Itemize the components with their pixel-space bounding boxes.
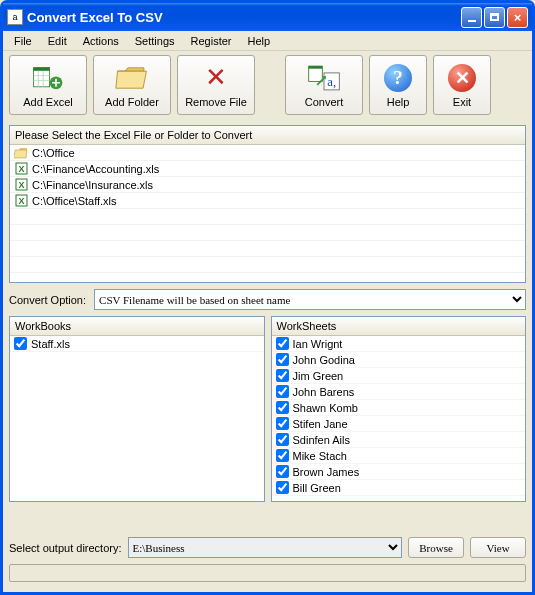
file-row[interactable]: C:\Office bbox=[10, 145, 525, 161]
worksheet-row[interactable]: Mike Stach bbox=[272, 448, 526, 464]
worksheet-checkbox[interactable] bbox=[276, 369, 289, 382]
menu-help[interactable]: Help bbox=[241, 33, 278, 49]
worksheet-row[interactable]: John Barens bbox=[272, 384, 526, 400]
app-icon: a bbox=[7, 9, 23, 25]
help-button[interactable]: ? Help bbox=[369, 55, 427, 115]
workbook-row[interactable]: Staff.xls bbox=[10, 336, 264, 352]
menu-edit[interactable]: Edit bbox=[41, 33, 74, 49]
convert-button[interactable]: a, Convert bbox=[285, 55, 363, 115]
svg-rect-8 bbox=[309, 66, 323, 69]
add-excel-button[interactable]: Add Excel bbox=[9, 55, 87, 115]
worksheet-checkbox[interactable] bbox=[276, 433, 289, 446]
browse-button[interactable]: Browse bbox=[408, 537, 464, 558]
titlebar[interactable]: a Convert Excel To CSV × bbox=[3, 3, 532, 31]
x-icon: ✕ bbox=[199, 63, 233, 93]
svg-text:a,: a, bbox=[327, 75, 336, 89]
convert-option-select[interactable]: CSV Filename will be based on sheet name bbox=[94, 289, 526, 310]
convert-option-label: Convert Option: bbox=[9, 294, 86, 306]
worksheet-checkbox[interactable] bbox=[276, 337, 289, 350]
menu-file[interactable]: File bbox=[7, 33, 39, 49]
add-folder-label: Add Folder bbox=[105, 96, 159, 108]
excel-add-icon bbox=[31, 63, 65, 93]
filelist-panel: Please Select the Excel File or Folder t… bbox=[9, 125, 526, 283]
convert-option-row: Convert Option: CSV Filename will be bas… bbox=[9, 289, 526, 310]
menu-settings[interactable]: Settings bbox=[128, 33, 182, 49]
file-row[interactable]: XC:\Finance\Insurance.xls bbox=[10, 177, 525, 193]
file-path: C:\Office bbox=[32, 147, 75, 159]
worksheet-checkbox[interactable] bbox=[276, 385, 289, 398]
body-area: Please Select the Excel File or Folder t… bbox=[3, 119, 532, 531]
worksheets-panel: WorkSheets Ian WrigntJohn GodinaJim Gree… bbox=[271, 316, 527, 502]
menu-register[interactable]: Register bbox=[184, 33, 239, 49]
filelist-header[interactable]: Please Select the Excel File or Folder t… bbox=[10, 126, 525, 145]
exit-icon: ✕ bbox=[445, 63, 479, 93]
excel-file-icon: X bbox=[14, 194, 28, 207]
help-icon: ? bbox=[381, 63, 415, 93]
worksheet-checkbox[interactable] bbox=[276, 353, 289, 366]
maximize-button[interactable] bbox=[484, 7, 505, 28]
add-folder-button[interactable]: Add Folder bbox=[93, 55, 171, 115]
footer: Select output directory: E:\Business Bro… bbox=[3, 531, 532, 592]
svg-rect-1 bbox=[34, 67, 50, 70]
worksheet-checkbox[interactable] bbox=[276, 449, 289, 462]
app-window: a Convert Excel To CSV × File Edit Actio… bbox=[0, 0, 535, 595]
worksheet-name: Jim Green bbox=[293, 370, 344, 382]
worksheet-checkbox[interactable] bbox=[276, 481, 289, 494]
folder-icon bbox=[115, 63, 149, 93]
file-row[interactable]: XC:\Office\Staff.xls bbox=[10, 193, 525, 209]
close-button[interactable]: × bbox=[507, 7, 528, 28]
title-text: Convert Excel To CSV bbox=[27, 10, 461, 25]
worksheet-row[interactable]: Brown James bbox=[272, 464, 526, 480]
worksheet-row[interactable]: Bill Green bbox=[272, 480, 526, 496]
help-label: Help bbox=[387, 96, 410, 108]
worksheet-checkbox[interactable] bbox=[276, 417, 289, 430]
file-path: C:\Finance\Accounting.xls bbox=[32, 163, 159, 175]
worksheet-name: Mike Stach bbox=[293, 450, 347, 462]
worksheet-name: Stifen Jane bbox=[293, 418, 348, 430]
worksheet-checkbox[interactable] bbox=[276, 465, 289, 478]
remove-file-label: Remove File bbox=[185, 96, 247, 108]
worksheet-checkbox[interactable] bbox=[276, 401, 289, 414]
remove-file-button[interactable]: ✕ Remove File bbox=[177, 55, 255, 115]
worksheet-name: Sdinfen Ails bbox=[293, 434, 350, 446]
worksheet-name: John Barens bbox=[293, 386, 355, 398]
minimize-button[interactable] bbox=[461, 7, 482, 28]
svg-text:X: X bbox=[18, 196, 24, 206]
worksheet-row[interactable]: Jim Green bbox=[272, 368, 526, 384]
menubar: File Edit Actions Settings Register Help bbox=[3, 31, 532, 51]
workbook-checkbox[interactable] bbox=[14, 337, 27, 350]
worksheet-name: Brown James bbox=[293, 466, 360, 478]
worksheet-row[interactable]: John Godina bbox=[272, 352, 526, 368]
worksheet-name: Ian Wrignt bbox=[293, 338, 343, 350]
svg-text:X: X bbox=[18, 164, 24, 174]
svg-text:X: X bbox=[18, 180, 24, 190]
workbooks-body[interactable]: Staff.xls bbox=[10, 336, 264, 501]
workbooks-header[interactable]: WorkBooks bbox=[10, 317, 264, 336]
worksheet-name: John Godina bbox=[293, 354, 355, 366]
workbook-name: Staff.xls bbox=[31, 338, 70, 350]
file-path: C:\Office\Staff.xls bbox=[32, 195, 117, 207]
status-bar bbox=[9, 564, 526, 582]
output-row: Select output directory: E:\Business Bro… bbox=[9, 537, 526, 558]
file-path: C:\Finance\Insurance.xls bbox=[32, 179, 153, 191]
panels: WorkBooks Staff.xls WorkSheets Ian Wrign… bbox=[9, 316, 526, 502]
worksheet-row[interactable]: Ian Wrignt bbox=[272, 336, 526, 352]
excel-file-icon: X bbox=[14, 162, 28, 175]
output-label: Select output directory: bbox=[9, 542, 122, 554]
worksheet-name: Shawn Komb bbox=[293, 402, 358, 414]
worksheets-header[interactable]: WorkSheets bbox=[272, 317, 526, 336]
worksheet-name: Bill Green bbox=[293, 482, 341, 494]
exit-button[interactable]: ✕ Exit bbox=[433, 55, 491, 115]
output-directory-select[interactable]: E:\Business bbox=[128, 537, 402, 558]
worksheet-row[interactable]: Stifen Jane bbox=[272, 416, 526, 432]
worksheet-row[interactable]: Shawn Komb bbox=[272, 400, 526, 416]
add-excel-label: Add Excel bbox=[23, 96, 73, 108]
file-row[interactable]: XC:\Finance\Accounting.xls bbox=[10, 161, 525, 177]
folder-icon bbox=[14, 146, 28, 159]
view-button[interactable]: View bbox=[470, 537, 526, 558]
filelist-rows[interactable]: C:\OfficeXC:\Finance\Accounting.xlsXC:\F… bbox=[10, 145, 525, 282]
menu-actions[interactable]: Actions bbox=[76, 33, 126, 49]
worksheets-body[interactable]: Ian WrigntJohn GodinaJim GreenJohn Baren… bbox=[272, 336, 526, 501]
worksheet-row[interactable]: Sdinfen Ails bbox=[272, 432, 526, 448]
toolbar: Add Excel Add Folder ✕ Remove File a, Co… bbox=[3, 51, 532, 119]
